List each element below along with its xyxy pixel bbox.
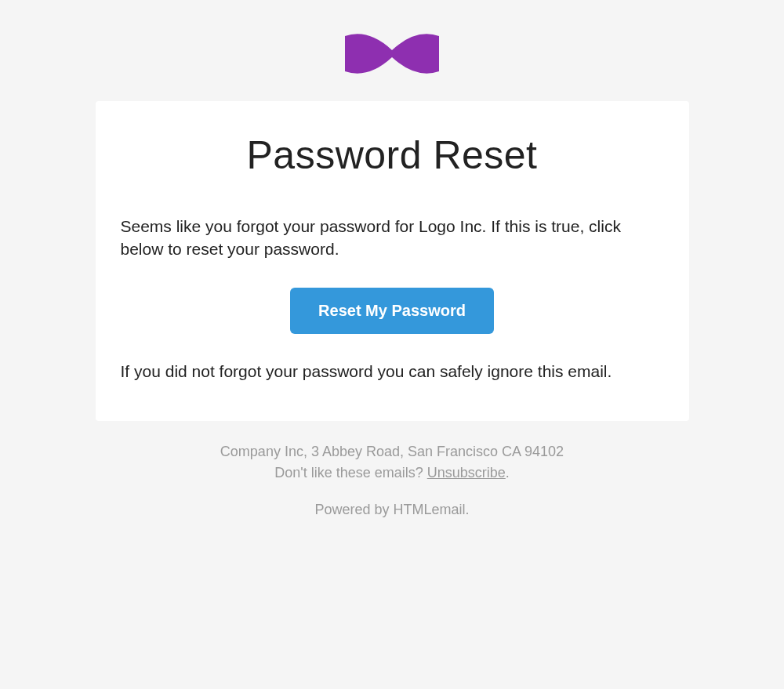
logo-wrap (0, 31, 784, 79)
bowtie-logo-icon (345, 31, 439, 79)
opt-out-suffix: . (506, 465, 510, 480)
reset-password-button[interactable]: Reset My Password (290, 288, 494, 334)
footer-address: Company Inc, 3 Abbey Road, San Francisco… (96, 441, 689, 462)
intro-paragraph: Seems like you forgot your password for … (121, 216, 664, 261)
email-card: Password Reset Seems like you forgot you… (96, 101, 689, 421)
footer-powered-by: Powered by HTMLemail. (96, 499, 689, 520)
email-footer: Company Inc, 3 Abbey Road, San Francisco… (96, 441, 689, 520)
ignore-paragraph: If you did not forgot your password you … (121, 361, 664, 383)
unsubscribe-link[interactable]: Unsubscribe (427, 465, 506, 480)
page-title: Password Reset (121, 132, 664, 178)
footer-opt-out: Don't like these emails? Unsubscribe. (96, 462, 689, 484)
opt-out-prefix: Don't like these emails? (274, 465, 427, 480)
button-row: Reset My Password (121, 288, 664, 334)
